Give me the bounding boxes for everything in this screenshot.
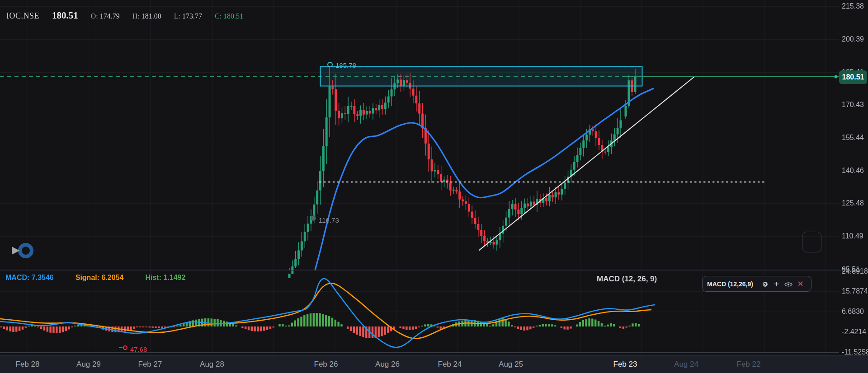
signal-value: Signal: 6.2054 — [75, 274, 124, 282]
alert-price-marker[interactable] — [123, 345, 127, 350]
price-axis-label: 140.46 — [842, 167, 864, 175]
close-value: C: 180.51 — [215, 12, 243, 20]
current-price-badge: 180.51 — [839, 70, 867, 84]
time-axis-label[interactable]: Feb 28 — [16, 360, 40, 369]
low-value: L: 173.77 — [174, 12, 202, 20]
macd-axis-label: -11.5258 — [842, 348, 868, 356]
price-axis-label: 170.43 — [842, 101, 864, 109]
time-axis-label[interactable]: Feb 24 — [438, 360, 462, 369]
time-axis-label[interactable]: Aug 24 — [674, 360, 698, 369]
time-axis-label[interactable]: Feb 26 — [314, 360, 338, 369]
time-axis-label[interactable]: Aug 28 — [200, 360, 224, 369]
time-axis-label[interactable]: Aug 29 — [76, 360, 101, 369]
price-axis-label: 110.49 — [842, 232, 863, 240]
open-value: O: 174.79 — [91, 12, 120, 20]
mid-price-label: 116.73 — [319, 216, 339, 224]
trading-chart-window: { "header": { "symbol": "IOC.NSE", "last… — [0, 0, 868, 373]
zone-high-marker[interactable] — [327, 62, 333, 67]
close-icon[interactable]: ✕ — [794, 276, 807, 291]
zone-high-label: 185.78 — [335, 61, 356, 69]
time-axis-label[interactable]: Aug 25 — [499, 360, 523, 369]
mid-price-marker[interactable] — [311, 215, 316, 221]
last-price: 180.51 — [52, 10, 78, 21]
price-axis-label: 215.38 — [842, 2, 864, 10]
macd-axis-label: -2.4214 — [842, 328, 866, 336]
eye-icon[interactable] — [783, 276, 795, 291]
price-axis-label: 200.39 — [842, 35, 864, 43]
chart-canvas[interactable] — [0, 0, 868, 373]
mouse-cursor-icon — [12, 247, 19, 255]
symbol-name[interactable]: IOC.NSE — [6, 11, 39, 21]
macd-value: MACD: 7.3546 — [5, 274, 54, 282]
macd-axis-label: 6.6830 — [842, 308, 864, 316]
time-axis-label[interactable]: Feb 22 — [737, 360, 761, 369]
symbol-header: IOC.NSE 180.51 O: 174.79 H: 181.00 L: 17… — [6, 10, 243, 21]
macd-legend-label: MACD (12,26,9) — [707, 280, 753, 288]
macd-axis-label: 15.7874 — [842, 287, 868, 295]
macd-legend: MACD (12,26,9) + ✕ — [702, 276, 811, 292]
price-axis-label: 125.48 — [842, 199, 864, 207]
high-value: H: 181.00 — [132, 12, 161, 20]
alert-price-dash — [119, 347, 123, 348]
macd-axis-label: 24.8918 — [842, 267, 868, 275]
hist-value: Hist: 1.1492 — [145, 274, 185, 282]
time-axis-label[interactable]: Feb 27 — [138, 360, 162, 369]
plus-icon[interactable]: + — [770, 276, 783, 291]
replay-loading-icon[interactable] — [18, 243, 33, 258]
gear-icon[interactable] — [759, 276, 771, 291]
macd-bottom-separator[interactable] — [0, 352, 839, 353]
macd-values-row: MACD: 7.3546 Signal: 6.2054 Hist: 1.1492 — [5, 274, 185, 282]
time-axis-label[interactable]: Aug 26 — [375, 360, 400, 369]
pane-separator[interactable] — [0, 270, 868, 270]
time-axis-label[interactable]: Feb 23 — [613, 360, 637, 369]
macd-pane-title: MACD (12, 26, 9) — [597, 275, 657, 284]
pane-collapse-button[interactable] — [802, 232, 821, 252]
price-axis-label: 155.44 — [842, 134, 864, 142]
alert-price-label: 47.68 — [130, 345, 147, 353]
